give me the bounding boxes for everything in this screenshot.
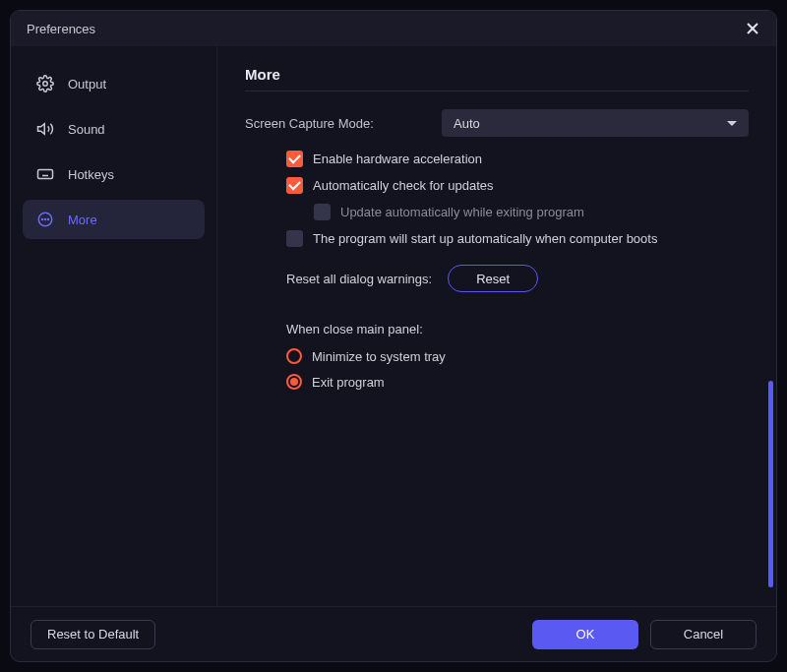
capture-mode-select[interactable]: Auto (442, 109, 749, 137)
svg-point-0 (43, 82, 48, 87)
reset-warnings-button[interactable]: Reset (448, 265, 538, 292)
chevron-down-icon (727, 121, 737, 126)
close-panel-heading: When close main panel: (286, 322, 749, 336)
sidebar-item-label: More (68, 213, 97, 227)
start-on-boot-label: The program will start up automatically … (313, 231, 657, 246)
sidebar-item-more[interactable]: More (23, 200, 205, 239)
window-title: Preferences (27, 22, 95, 36)
svg-point-5 (44, 218, 45, 219)
sound-icon (36, 120, 54, 138)
update-on-exit-checkbox[interactable] (314, 204, 331, 220)
update-on-exit-row: Update automatically while exiting progr… (314, 204, 749, 220)
capture-mode-label: Screen Capture Mode: (245, 116, 442, 131)
start-on-boot-checkbox[interactable] (286, 230, 303, 247)
auto-update-checkbox[interactable] (286, 177, 303, 194)
exit-radio[interactable] (286, 374, 302, 390)
reset-warnings-row: Reset all dialog warnings: Reset (286, 265, 749, 292)
section-title: More (245, 66, 749, 92)
sidebar-item-output[interactable]: Output (23, 64, 205, 103)
svg-point-6 (47, 218, 48, 219)
sidebar-item-sound[interactable]: Sound (23, 109, 205, 149)
footer: Reset to Default OK Cancel (11, 606, 776, 661)
sidebar: Output Sound Hotkeys More (11, 46, 217, 606)
ok-label: OK (576, 627, 595, 641)
keyboard-icon (36, 165, 54, 183)
preferences-window: Preferences Output Sound (10, 10, 777, 662)
sidebar-item-label: Output (68, 77, 106, 92)
sidebar-item-hotkeys[interactable]: Hotkeys (23, 154, 205, 194)
sidebar-item-label: Hotkeys (68, 167, 114, 182)
auto-update-row: Automatically check for updates (286, 177, 749, 194)
capture-mode-row: Screen Capture Mode: Auto (245, 109, 749, 137)
minimize-radio[interactable] (286, 348, 302, 364)
hw-accel-checkbox[interactable] (286, 151, 303, 167)
more-icon (36, 211, 54, 228)
start-on-boot-row: The program will start up automatically … (286, 230, 749, 247)
reset-default-label: Reset to Default (47, 627, 139, 641)
auto-update-label: Automatically check for updates (313, 178, 494, 193)
hw-accel-row: Enable hardware acceleration (286, 151, 749, 167)
cancel-button[interactable]: Cancel (650, 620, 757, 649)
exit-radio-label: Exit program (312, 375, 385, 390)
close-button[interactable] (741, 17, 764, 40)
ok-button[interactable]: OK (532, 620, 638, 649)
gear-icon (36, 75, 54, 92)
hw-accel-label: Enable hardware acceleration (313, 152, 482, 166)
reset-warnings-label: Reset all dialog warnings: (286, 272, 432, 286)
capture-mode-value: Auto (454, 116, 480, 131)
titlebar: Preferences (11, 11, 776, 46)
minimize-radio-row: Minimize to system tray (286, 348, 749, 364)
reset-default-button[interactable]: Reset to Default (30, 620, 155, 649)
reset-warnings-button-label: Reset (476, 272, 510, 286)
sidebar-item-label: Sound (68, 122, 105, 137)
svg-marker-1 (38, 124, 45, 135)
update-on-exit-label: Update automatically while exiting progr… (340, 205, 584, 219)
window-body: Output Sound Hotkeys More (11, 46, 776, 606)
scrollbar-thumb[interactable] (768, 381, 773, 587)
close-icon (747, 23, 758, 34)
exit-radio-row: Exit program (286, 374, 749, 390)
minimize-radio-label: Minimize to system tray (312, 349, 446, 364)
svg-point-4 (41, 218, 42, 219)
cancel-label: Cancel (684, 627, 723, 641)
svg-rect-2 (38, 170, 53, 179)
content-panel: More Screen Capture Mode: Auto Enable ha… (217, 46, 776, 606)
